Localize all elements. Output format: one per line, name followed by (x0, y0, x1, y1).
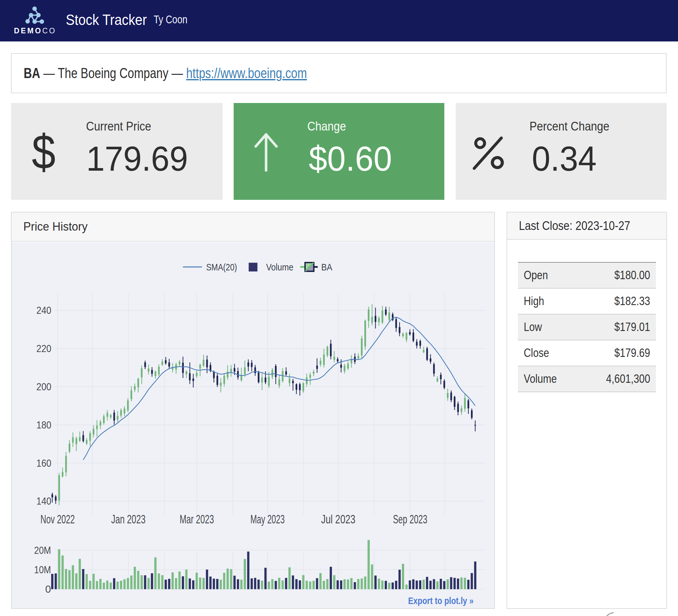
svg-text:BA: BA (321, 262, 332, 272)
svg-text:Jul 2023: Jul 2023 (321, 513, 355, 526)
svg-text:240: 240 (36, 305, 51, 317)
svg-text:200: 200 (36, 381, 51, 393)
svg-text:20M: 20M (34, 544, 51, 556)
svg-text:Nov 2022: Nov 2022 (40, 513, 75, 526)
svg-text:180: 180 (36, 419, 51, 431)
svg-text:140: 140 (36, 495, 51, 507)
svg-text:220: 220 (36, 343, 51, 354)
svg-text:Volume: Volume (266, 262, 293, 272)
svg-text:160: 160 (36, 457, 51, 469)
svg-text:SMA(20): SMA(20) (206, 262, 237, 272)
svg-text:Mar 2023: Mar 2023 (180, 513, 214, 526)
svg-text:0: 0 (45, 583, 51, 595)
svg-text:May 2023: May 2023 (250, 513, 285, 526)
svg-text:10M: 10M (34, 564, 51, 576)
svg-text:Jan 2023: Jan 2023 (111, 513, 146, 526)
svg-text:Export to plot.ly »: Export to plot.ly » (408, 595, 474, 606)
svg-text:Sep 2023: Sep 2023 (393, 513, 427, 526)
